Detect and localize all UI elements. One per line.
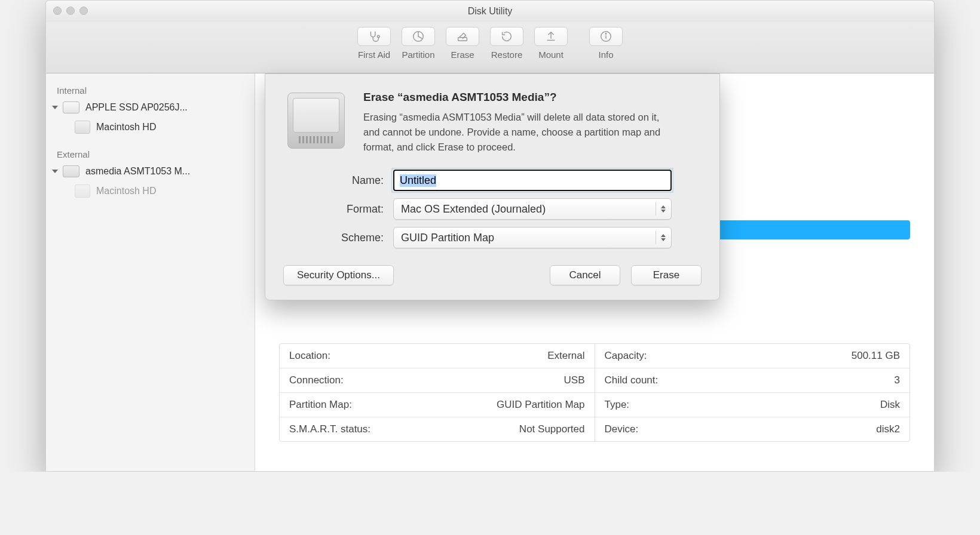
updown-icon	[656, 231, 666, 244]
sidebar-item-external-volume[interactable]: Macintosh HD	[46, 181, 255, 201]
scheme-select[interactable]: GUID Partition Map	[393, 227, 672, 248]
pie-icon	[412, 30, 425, 43]
toolbar: First Aid Partition Erase	[46, 22, 934, 73]
scheme-value: GUID Partition Map	[401, 232, 494, 244]
sidebar: Internal APPLE SSD AP0256J... Macintosh …	[46, 73, 255, 471]
disclosure-triangle-icon[interactable]	[52, 170, 58, 173]
format-value: Mac OS Extended (Journaled)	[401, 203, 546, 216]
details-left-column: Location:External Connection:USB Partiti…	[280, 344, 595, 441]
name-input[interactable]	[393, 170, 672, 191]
sidebar-header-internal: Internal	[46, 82, 255, 98]
volume-icon	[75, 121, 90, 134]
first-aid-button[interactable]	[357, 27, 391, 46]
erase-button[interactable]: Erase	[631, 265, 702, 285]
zoom-window-icon[interactable]	[79, 7, 88, 15]
format-label: Format:	[326, 203, 384, 216]
internal-volume-label: Macintosh HD	[96, 122, 156, 133]
sidebar-header-external: External	[46, 146, 255, 162]
security-options-button[interactable]: Security Options...	[283, 265, 394, 285]
format-select[interactable]: Mac OS Extended (Journaled)	[393, 198, 672, 220]
partition-button[interactable]	[402, 27, 435, 46]
mount-label: Mount	[538, 50, 564, 60]
name-label: Name:	[326, 174, 384, 187]
titlebar: Disk Utility	[46, 1, 934, 22]
volume-icon	[75, 185, 90, 198]
restore-icon	[500, 30, 513, 43]
close-window-icon[interactable]	[53, 7, 62, 15]
detail-row: Partition Map:GUID Partition Map	[280, 393, 595, 417]
svg-point-0	[378, 35, 380, 38]
detail-row: S.M.A.R.T. status:Not Supported	[280, 417, 595, 441]
dialog-title: Erase “asmedia ASMT1053 Media”?	[363, 91, 674, 104]
hard-drive-icon	[283, 91, 349, 150]
info-label: Info	[598, 50, 613, 60]
partition-label: Partition	[402, 50, 434, 60]
sidebar-item-external-disk[interactable]: asmedia ASMT1053 M...	[46, 162, 255, 181]
stethoscope-icon	[368, 30, 381, 43]
updown-icon	[656, 202, 666, 216]
internal-disk-icon	[63, 102, 79, 113]
erase-icon	[456, 30, 469, 43]
detail-row: Connection:USB	[280, 368, 595, 393]
scheme-label: Scheme:	[326, 232, 384, 244]
sidebar-item-internal-disk[interactable]: APPLE SSD AP0256J...	[46, 98, 255, 117]
erase-dialog: Erase “asmedia ASMT1053 Media”? Erasing …	[265, 73, 720, 300]
detail-row: Device:disk2	[595, 417, 910, 441]
first-aid-label: First Aid	[358, 50, 390, 60]
restore-button[interactable]	[490, 27, 523, 46]
external-volume-label: Macintosh HD	[96, 186, 156, 196]
mount-button[interactable]	[534, 27, 568, 46]
svg-point-4	[605, 33, 606, 34]
window-title: Disk Utility	[468, 6, 513, 17]
dialog-description: Erasing “asmedia ASMT1053 Media” will de…	[363, 110, 674, 154]
external-disk-label: asmedia ASMT1053 M...	[85, 166, 190, 177]
erase-toolbar-button[interactable]	[446, 27, 479, 46]
mount-icon	[544, 30, 558, 43]
cancel-button[interactable]: Cancel	[550, 265, 620, 285]
disk-details: Location:External Connection:USB Partiti…	[279, 343, 910, 442]
details-right-column: Capacity:500.11 GB Child count:3 Type:Di…	[595, 344, 910, 441]
disk-utility-window: Disk Utility First Aid Partition	[45, 0, 935, 472]
detail-row: Child count:3	[595, 368, 910, 393]
minimize-window-icon[interactable]	[66, 7, 75, 15]
disclosure-triangle-icon[interactable]	[52, 106, 58, 109]
erase-toolbar-label: Erase	[451, 50, 474, 60]
window-controls	[53, 7, 88, 15]
detail-row: Location:External	[280, 344, 595, 368]
info-button[interactable]	[589, 27, 623, 46]
detail-row: Capacity:500.11 GB	[595, 344, 910, 368]
internal-disk-label: APPLE SSD AP0256J...	[85, 102, 188, 113]
external-disk-icon	[63, 165, 79, 177]
restore-label: Restore	[491, 50, 523, 60]
info-icon	[599, 30, 612, 43]
sidebar-item-internal-volume[interactable]: Macintosh HD	[46, 117, 255, 137]
detail-row: Type:Disk	[595, 393, 910, 417]
